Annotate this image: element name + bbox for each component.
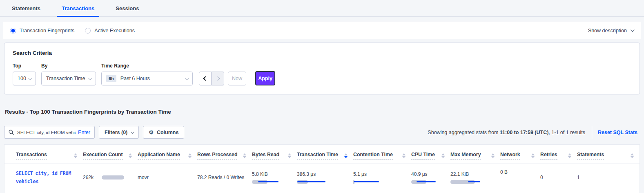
radio-active-executions[interactable]: Active Executions xyxy=(85,28,135,34)
execution-count-bar xyxy=(102,175,124,180)
column-label: CPU Time xyxy=(411,152,435,159)
cell-cpu-time: 40.9 μs xyxy=(411,164,450,192)
view-radio-group: Transaction Fingerprints Active Executio… xyxy=(10,28,135,34)
apply-button[interactable]: Apply xyxy=(255,71,275,85)
radio-unselected-icon xyxy=(85,28,91,34)
column-label: Statements xyxy=(577,152,604,159)
transaction-fingerprint-link[interactable]: SELECT city, id FROM vehicles xyxy=(16,169,78,186)
column-header-statements[interactable]: Statements xyxy=(577,145,640,164)
time-range-select[interactable]: 6h Past 6 Hours xyxy=(101,72,193,85)
sort-icon[interactable] xyxy=(288,153,291,158)
tab-statements[interactable]: Statements xyxy=(10,5,42,16)
sort-icon[interactable] xyxy=(491,153,495,158)
sort-icon[interactable] xyxy=(568,153,571,158)
column-header-execution-count[interactable]: Execution Count xyxy=(83,145,138,164)
by-select-value: Transaction Time xyxy=(46,76,85,81)
sort-icon-active[interactable] xyxy=(344,153,348,158)
cell-contention-time: 5.1 μs xyxy=(353,164,411,192)
statement-search-box[interactable]: Enter xyxy=(4,126,95,139)
cell-rows-processed: 78.2 Reads / 0 Writes xyxy=(197,164,252,192)
chevron-right-icon xyxy=(215,76,220,81)
show-description-label: Show description xyxy=(588,28,627,34)
column-label: Bytes Read xyxy=(252,152,279,159)
sort-icon[interactable] xyxy=(243,153,246,158)
bytes-read-bar-chart xyxy=(252,180,291,184)
search-input[interactable] xyxy=(17,130,76,135)
column-header-max-memory[interactable]: Max Memory xyxy=(450,145,500,164)
column-header-transaction-time[interactable]: Transaction Time xyxy=(297,145,353,164)
sort-icon[interactable] xyxy=(531,153,535,158)
contention-time-value: 5.1 μs xyxy=(353,171,409,177)
cpu-time-value: 40.9 μs xyxy=(411,171,448,177)
column-label: Transactions xyxy=(16,152,47,159)
stats-time-range: 11:00 to 17:59 (UTC) xyxy=(500,130,548,135)
aggregated-stats-note: Showing aggregated stats from 11:00 to 1… xyxy=(428,130,585,135)
sort-icon[interactable] xyxy=(74,153,77,158)
column-header-cpu-time[interactable]: CPU Time xyxy=(411,145,450,164)
cell-execution-count: 262k xyxy=(83,164,138,192)
results-heading: Results - Top 100 Transaction Fingerprin… xyxy=(5,109,640,115)
mean-bar xyxy=(258,181,279,182)
column-header-application-name[interactable]: Application Name xyxy=(138,145,197,164)
previous-time-window-button[interactable] xyxy=(199,72,212,85)
cell-network: 0 B xyxy=(500,164,540,192)
cell-statements: 1 xyxy=(577,164,640,192)
radio-transaction-fingerprints[interactable]: Transaction Fingerprints xyxy=(10,28,74,34)
time-range-label: Time Range xyxy=(101,63,193,69)
sort-icon[interactable] xyxy=(402,153,406,158)
column-header-network[interactable]: Network xyxy=(500,145,540,164)
column-label: Max Memory xyxy=(450,152,481,159)
by-select[interactable]: Transaction Time xyxy=(41,72,96,85)
mean-bar xyxy=(417,181,436,182)
column-header-rows-processed[interactable]: Rows Processed xyxy=(197,145,252,164)
top-label: Top xyxy=(13,63,36,69)
execution-count-value: 262k xyxy=(83,175,94,180)
tab-transactions[interactable]: Transactions xyxy=(60,5,96,16)
network-value: 0 B xyxy=(500,169,508,175)
page-tabs: Statements Transactions Sessions xyxy=(0,0,644,17)
cell-transaction-time: 386.3 μs xyxy=(297,164,353,192)
column-label: Application Name xyxy=(138,152,180,159)
table-header-row: Transactions Execution Count Application… xyxy=(4,145,640,164)
cell-max-memory: 22.1 KiB xyxy=(450,164,500,192)
tab-sessions[interactable]: Sessions xyxy=(114,5,140,16)
now-button[interactable]: Now xyxy=(228,72,246,85)
time-range-badge: 6h xyxy=(106,75,116,82)
column-label: Contention Time xyxy=(353,152,393,159)
radio-label: Transaction Fingerprints xyxy=(20,28,74,34)
next-time-window-button[interactable] xyxy=(212,72,224,85)
cell-retries: 0 xyxy=(540,164,577,192)
cell-transaction: SELECT city, id FROM vehicles xyxy=(4,164,83,192)
chevron-down-icon xyxy=(28,76,32,80)
contention-time-bar-chart xyxy=(353,180,392,184)
search-enter-button[interactable]: Enter xyxy=(78,130,90,135)
time-range-field: Time Range 6h Past 6 Hours xyxy=(101,63,193,85)
filters-button[interactable]: Filters (0) xyxy=(99,126,139,139)
show-description-toggle[interactable]: Show description xyxy=(588,28,633,34)
cpu-time-bar-chart xyxy=(411,180,450,184)
retries-value: 0 xyxy=(540,175,543,180)
sort-icon[interactable] xyxy=(129,153,132,158)
column-header-transactions[interactable]: Transactions xyxy=(4,145,83,164)
gear-icon: ⚙ xyxy=(149,130,154,135)
chevron-down-icon xyxy=(185,76,189,80)
chevron-down-icon xyxy=(88,76,92,80)
column-header-contention-time[interactable]: Contention Time xyxy=(353,145,411,164)
top-select[interactable]: 100 xyxy=(13,72,36,85)
sort-icon[interactable] xyxy=(441,153,445,158)
reset-sql-stats-link[interactable]: Reset SQL Stats xyxy=(598,130,637,135)
column-label: Rows Processed xyxy=(197,152,237,159)
by-field: By Transaction Time xyxy=(41,63,96,85)
top-field: Top 100 xyxy=(13,63,36,85)
column-header-bytes-read[interactable]: Bytes Read xyxy=(252,145,297,164)
columns-button[interactable]: ⚙ Columns xyxy=(143,126,184,139)
chevron-left-icon xyxy=(203,76,207,81)
sort-icon[interactable] xyxy=(631,153,634,158)
filters-label: Filters (0) xyxy=(105,130,127,135)
statements-value: 1 xyxy=(577,175,580,180)
bytes-read-value: 5.8 KiB xyxy=(252,171,294,177)
column-header-retries[interactable]: Retries xyxy=(540,145,577,164)
search-icon xyxy=(9,130,14,135)
time-window-arrows xyxy=(199,72,224,85)
sort-icon[interactable] xyxy=(188,153,192,158)
